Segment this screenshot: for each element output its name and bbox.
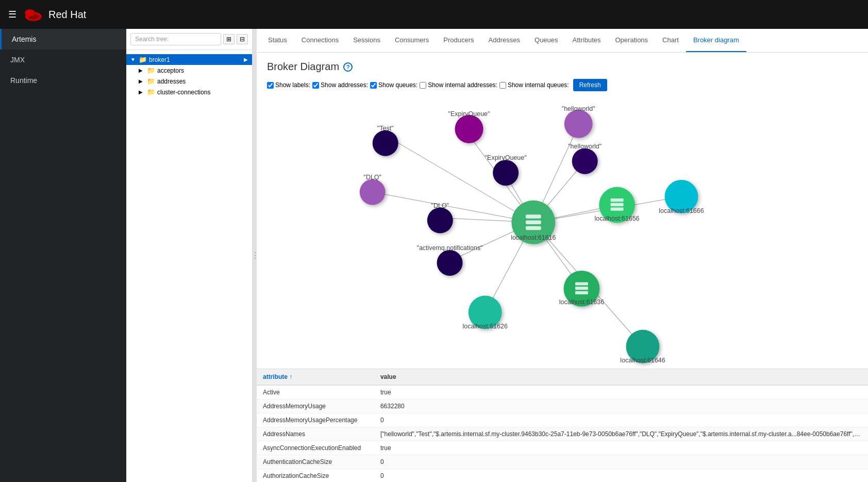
cell-attribute: Active — [257, 385, 374, 400]
diagram-area: Broker Diagram ? Show labels: Show addre… — [257, 53, 868, 482]
cell-value: 0 — [374, 469, 868, 483]
tab-status[interactable]: Status — [261, 29, 294, 52]
show-queues-control[interactable]: Show queues: — [370, 81, 418, 89]
tree-icon-buttons: ⊞ ⊟ — [223, 34, 248, 44]
node-helloworld-mid[interactable] — [572, 148, 598, 174]
tree-node-cluster-connections[interactable]: ▶ 📁 cluster-connections — [135, 87, 252, 97]
show-queues-checkbox[interactable] — [370, 82, 377, 89]
table-row: Activetrue — [257, 385, 868, 400]
show-labels-control[interactable]: Show labels: — [267, 81, 310, 89]
tree-content: ▼ 📁 broker1 ▶ ▶ 📁 acceptors ▶ 📁 addresse… — [126, 50, 252, 482]
table-row: AsyncConnectionExecutionEnabledtrue — [257, 441, 868, 455]
tab-connections[interactable]: Connections — [294, 29, 346, 52]
search-input[interactable] — [130, 33, 221, 45]
svg-text:"ExpiryQueue": "ExpiryQueue" — [448, 110, 490, 118]
node-expiryqueue-mid[interactable] — [493, 160, 519, 186]
show-addresses-checkbox[interactable] — [312, 82, 319, 89]
arrow-icon: ▶ — [139, 68, 145, 73]
resize-handle[interactable]: ⋮ — [253, 29, 257, 482]
cell-value: true — [374, 441, 868, 455]
cell-attribute: AuthenticationCacheSize — [257, 455, 374, 469]
tree-node-label: addresses — [157, 78, 248, 85]
svg-text:"helloworld": "helloworld" — [568, 143, 602, 150]
brand-name: Red Hat — [48, 9, 86, 21]
tabs-bar: Status Connections Sessions Consumers Pr… — [257, 29, 868, 53]
tree-node-broker1[interactable]: ▼ 📁 broker1 ▶ — [126, 54, 252, 65]
show-addresses-control[interactable]: Show addresses: — [312, 81, 368, 89]
svg-text:"Test": "Test" — [377, 125, 394, 132]
tab-broker-diagram[interactable]: Broker diagram — [686, 29, 746, 52]
column-attribute[interactable]: attribute ↑ — [257, 369, 374, 385]
svg-rect-28 — [611, 198, 624, 202]
arrow-icon: ▶ — [139, 89, 145, 95]
node-helloworld-top[interactable] — [564, 110, 593, 138]
svg-rect-34 — [575, 287, 588, 290]
show-internal-queues-checkbox[interactable] — [499, 82, 506, 89]
table-row: AddressMemoryUsagePercentage0 — [257, 413, 868, 427]
tree-node-addresses[interactable]: ▶ 📁 addresses — [135, 76, 252, 87]
sidebar-item-jmx[interactable]: JMX — [0, 49, 126, 70]
redhat-logo-icon — [23, 6, 44, 23]
cell-value: 0 — [374, 455, 868, 469]
cell-value: 0 — [374, 413, 868, 427]
svg-text:"DLQ": "DLQ" — [363, 174, 381, 181]
svg-rect-33 — [575, 282, 588, 285]
hamburger-menu[interactable]: ☰ — [8, 9, 16, 20]
svg-rect-24 — [526, 214, 541, 218]
tree-node-label: cluster-connections — [157, 89, 248, 96]
svg-line-8 — [373, 192, 533, 223]
svg-rect-35 — [575, 291, 588, 294]
refresh-button[interactable]: Refresh — [573, 79, 607, 91]
cell-value: true — [374, 385, 868, 400]
tab-queues[interactable]: Queues — [527, 29, 565, 52]
folder-icon: 📁 — [147, 67, 155, 74]
broker-diagram-svg-container: "ExpiryQueue" "helloworld" "Test" "Expir… — [257, 95, 868, 369]
node-test[interactable] — [373, 130, 398, 156]
tab-producers[interactable]: Producers — [436, 29, 481, 52]
show-internal-queues-control[interactable]: Show internal queues: — [499, 81, 569, 89]
tab-chart[interactable]: Chart — [655, 29, 686, 52]
svg-text:"DLQ": "DLQ" — [431, 202, 449, 209]
node-arrow-right: ▶ — [244, 57, 248, 62]
tree-panel: ⊞ ⊟ ▼ 📁 broker1 ▶ ▶ 📁 acceptors ▶ 📁 — [126, 29, 253, 482]
tree-search-bar: ⊞ ⊟ — [126, 29, 252, 50]
broker-diagram-svg: "ExpiryQueue" "helloworld" "Test" "Expir… — [257, 95, 868, 369]
table-row: AddressNames["helloworld","Test","$.arte… — [257, 427, 868, 441]
column-value[interactable]: value — [374, 369, 868, 385]
folder-icon: 📁 — [147, 77, 155, 85]
node-dlq-left[interactable] — [360, 179, 386, 205]
show-internal-addresses-checkbox[interactable] — [420, 82, 426, 89]
node-expiryqueue-top[interactable] — [455, 115, 483, 143]
collapse-all-button[interactable]: ⊟ — [237, 34, 248, 44]
arrow-icon: ▼ — [130, 57, 137, 62]
svg-rect-25 — [526, 221, 541, 224]
table-header-row: attribute ↑ value — [257, 369, 868, 385]
tree-node-acceptors[interactable]: ▶ 📁 acceptors — [135, 65, 252, 76]
svg-point-2 — [25, 9, 35, 16]
expand-all-button[interactable]: ⊞ — [223, 34, 235, 44]
svg-text:"activemq.notifications": "activemq.notifications" — [416, 244, 482, 252]
folder-icon: 📁 — [139, 56, 147, 63]
svg-rect-26 — [526, 226, 541, 230]
tab-sessions[interactable]: Sessions — [346, 29, 388, 52]
tab-consumers[interactable]: Consumers — [388, 29, 436, 52]
tab-operations[interactable]: Operations — [608, 29, 656, 52]
diagram-title: Broker Diagram — [267, 61, 339, 73]
sidebar: Artemis JMX Runtime — [0, 29, 126, 482]
help-icon[interactable]: ? — [343, 62, 353, 72]
cell-attribute: AddressMemoryUsage — [257, 400, 374, 413]
cell-attribute: AddressNames — [257, 427, 374, 441]
cell-attribute: AuthorizationCacheSize — [257, 469, 374, 483]
tab-addresses[interactable]: Addresses — [481, 29, 527, 52]
node-dlq-mid[interactable] — [427, 208, 453, 234]
show-internal-addresses-control[interactable]: Show internal addresses: — [420, 81, 497, 89]
svg-text:"ExpiryQueue": "ExpiryQueue" — [485, 154, 527, 161]
tab-attributes[interactable]: Attributes — [565, 29, 608, 52]
attributes-data-table: attribute ↑ value ActivetrueAddressMemor… — [257, 369, 868, 482]
sidebar-item-artemis[interactable]: Artemis — [0, 29, 126, 49]
table-row: AuthenticationCacheSize0 — [257, 455, 868, 469]
svg-text:localhost:61666: localhost:61666 — [659, 207, 704, 214]
node-activemq-notifications[interactable] — [437, 250, 463, 276]
show-labels-checkbox[interactable] — [267, 82, 274, 89]
sidebar-item-runtime[interactable]: Runtime — [0, 70, 126, 91]
